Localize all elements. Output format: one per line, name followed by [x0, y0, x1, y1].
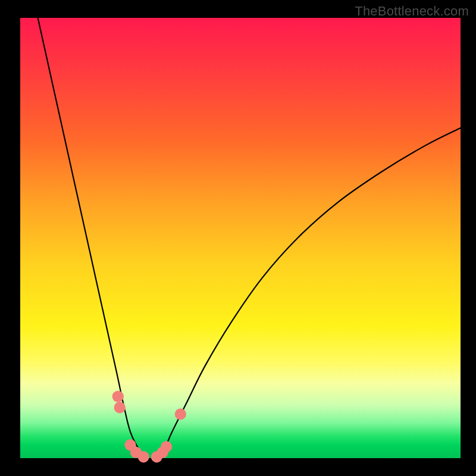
watermark-text: TheBottleneck.com [355, 4, 469, 19]
curve-marker [161, 441, 172, 452]
curve-marker [138, 451, 149, 462]
chart-frame: TheBottleneck.com [0, 0, 476, 476]
chart-plot-area [20, 18, 461, 458]
chart-svg [20, 18, 461, 458]
bottleneck-curve [38, 18, 461, 459]
curve-marker [114, 402, 126, 413]
curve-marker [112, 391, 124, 402]
curve-marker [175, 408, 186, 419]
